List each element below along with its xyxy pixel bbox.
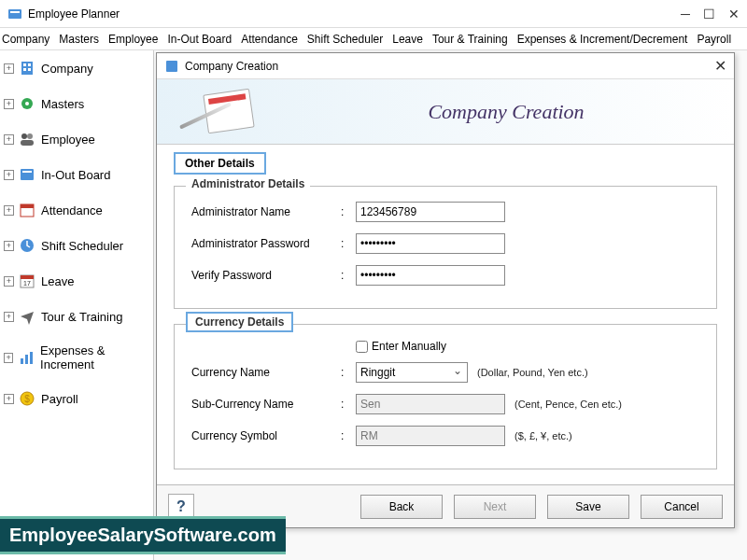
sidebar-item-label: Company [41, 62, 93, 76]
sidebar-item-label: Leave [41, 274, 74, 288]
expand-icon[interactable]: + [4, 276, 14, 287]
admin-name-label: Administrator Name [191, 205, 341, 218]
svg-rect-4 [28, 63, 31, 66]
sidebar-item-masters[interactable]: +Masters [2, 90, 151, 118]
expand-icon[interactable]: + [4, 312, 14, 322]
svg-rect-2 [21, 62, 33, 75]
sidebar-item-label: Shift Scheduler [41, 239, 123, 253]
next-button: Next [454, 495, 536, 519]
verify-password-label: Verify Password [191, 269, 341, 282]
svg-point-9 [21, 133, 27, 139]
svg-rect-0 [8, 9, 21, 19]
svg-rect-15 [21, 204, 34, 208]
svg-rect-1 [10, 11, 20, 13]
svg-rect-3 [23, 63, 26, 66]
sidebar-item-expenses-increment[interactable]: +Expenses & Increment [2, 338, 151, 377]
board-icon [19, 166, 35, 183]
currency-name-select[interactable]: Ringgit [356, 362, 468, 383]
svg-rect-21 [25, 355, 28, 364]
sidebar-item-employee[interactable]: +Employee [2, 125, 151, 153]
currency-symbol-input [356, 426, 505, 446]
dialog-close-icon[interactable]: ✕ [714, 57, 726, 75]
dialog-banner: Company Creation [157, 79, 734, 145]
svg-rect-20 [21, 358, 23, 364]
banner-art-icon [168, 84, 289, 140]
enter-manually-checkbox[interactable] [356, 341, 368, 353]
expand-icon[interactable]: + [4, 394, 14, 404]
currency-symbol-hint: ($, £, ¥, etc.) [514, 430, 572, 441]
admin-group-title: Administrator Details [186, 177, 310, 190]
expand-icon[interactable]: + [4, 353, 13, 363]
svg-rect-12 [21, 169, 34, 180]
admin-password-label: Administrator Password [191, 237, 341, 250]
currency-details-group: Currency Details Enter Manually Currency… [174, 324, 717, 469]
chart-icon [18, 349, 35, 366]
sidebar-item-label: Attendance [41, 203, 103, 217]
sub-currency-label: Sub-Currency Name [191, 398, 341, 411]
verify-password-input[interactable] [356, 265, 505, 286]
back-button[interactable]: Back [360, 495, 443, 519]
sidebar-item-payroll[interactable]: +$Payroll [2, 385, 151, 413]
dialog-body: Other Details Administrator Details Admi… [157, 145, 734, 483]
maximize-icon[interactable]: ☐ [703, 7, 715, 21]
sidebar-item-label: In-Out Board [41, 168, 110, 182]
close-icon[interactable]: ✕ [728, 7, 740, 21]
clock-icon [19, 237, 35, 254]
menu-masters[interactable]: Masters [59, 33, 99, 46]
admin-name-input[interactable] [356, 202, 505, 222]
admin-password-input[interactable] [356, 233, 505, 254]
menu-shiftscheduler[interactable]: Shift Scheduler [307, 33, 383, 46]
sidebar-item-label: Payroll [41, 392, 78, 406]
svg-rect-18 [21, 275, 34, 279]
sidebar-item-leave[interactable]: +17Leave [2, 267, 151, 295]
currency-name-hint: (Dollar, Pound, Yen etc.) [477, 367, 588, 378]
sidebar-item-shift-scheduler[interactable]: +Shift Scheduler [2, 231, 151, 259]
svg-text:$: $ [24, 394, 30, 404]
building-icon [19, 60, 35, 77]
dialog-title-text: Company Creation [185, 60, 714, 73]
expand-icon[interactable]: + [4, 99, 14, 109]
menu-leave[interactable]: Leave [392, 33, 423, 46]
enter-manually-label: Enter Manually [372, 340, 446, 353]
sidebar: +Company+Masters+Employee+In-Out Board+A… [0, 50, 154, 560]
menu-inoutboard[interactable]: In-Out Board [167, 33, 232, 46]
expand-icon[interactable]: + [4, 63, 14, 74]
plane-icon [19, 308, 35, 325]
save-button[interactable]: Save [547, 495, 629, 519]
menu-employee[interactable]: Employee [108, 33, 158, 46]
expand-icon[interactable]: + [4, 205, 14, 216]
expand-icon[interactable]: + [4, 134, 14, 145]
menu-company[interactable]: Company [2, 33, 49, 46]
people-icon [19, 131, 35, 147]
sidebar-item-label: Employee [41, 133, 95, 147]
sidebar-item-attendance[interactable]: +Attendance [2, 196, 151, 224]
titlebar: Employee Planner ─ ☐ ✕ [0, 0, 747, 28]
sub-currency-hint: (Cent, Pence, Cen etc.) [514, 399, 622, 410]
dialog-icon [164, 59, 179, 74]
sub-currency-input [356, 394, 505, 414]
menu-payroll[interactable]: Payroll [697, 33, 731, 46]
currency-group-title: Currency Details [186, 312, 293, 332]
watermark: EmployeeSalarySoftware.com [0, 516, 286, 554]
menu-expenses[interactable]: Expenses & Increment/Decrement [517, 33, 688, 46]
menu-attendance[interactable]: Attendance [241, 33, 298, 46]
expand-icon[interactable]: + [4, 241, 14, 251]
coin-icon: $ [19, 390, 35, 407]
app-icon [7, 7, 22, 21]
menubar: Company Masters Employee In-Out Board At… [0, 28, 747, 50]
sidebar-item-tour-training[interactable]: +Tour & Training [2, 302, 151, 330]
minimize-icon[interactable]: ─ [681, 7, 690, 21]
cancel-button[interactable]: Cancel [641, 495, 723, 519]
banner-heading: Company Creation [289, 100, 723, 124]
currency-name-label: Currency Name [191, 366, 341, 379]
sidebar-item-company[interactable]: +Company [2, 54, 151, 82]
menu-tourtraining[interactable]: Tour & Training [432, 33, 508, 46]
company-creation-dialog: Company Creation ✕ Company Creation Othe… [156, 52, 735, 528]
app-title: Employee Planner [28, 7, 681, 21]
expand-icon[interactable]: + [4, 170, 14, 180]
tab-other-details[interactable]: Other Details [174, 152, 266, 175]
svg-rect-11 [21, 140, 34, 146]
sidebar-item-label: Tour & Training [41, 310, 122, 324]
sidebar-item-in-out-board[interactable]: +In-Out Board [2, 161, 151, 189]
dialog-titlebar: Company Creation ✕ [157, 53, 734, 79]
